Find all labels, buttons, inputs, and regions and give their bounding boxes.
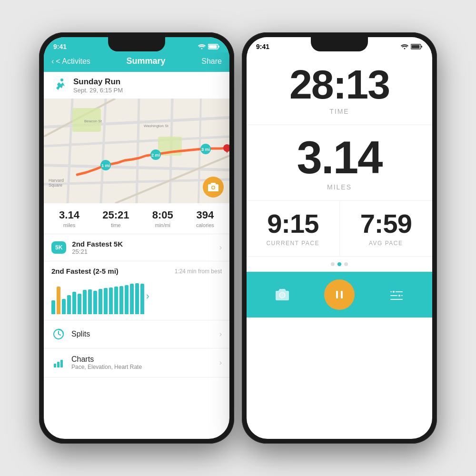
notch-right — [311, 37, 368, 51]
bar-14 — [125, 285, 129, 314]
chart-subtitle: 1:24 min from best — [175, 268, 222, 275]
stat-miles-label: miles — [59, 222, 79, 228]
charts-title: Charts — [71, 355, 219, 364]
pause-button[interactable] — [324, 279, 355, 310]
stat-calories: 394 calories — [196, 209, 214, 228]
left-phone: 9:41 ‹ < — [39, 32, 234, 444]
miles-section: 3.14 MILES — [247, 125, 432, 201]
dot-3 — [344, 262, 348, 266]
bar-3 — [67, 295, 71, 314]
bar-5 — [78, 294, 81, 314]
charts-subtitle: Pace, Elevation, Heart Rate — [71, 364, 219, 370]
dot-2-active — [337, 262, 341, 266]
bar-6 — [83, 290, 87, 314]
svg-rect-2 — [218, 46, 219, 48]
svg-text:Harvard: Harvard — [49, 178, 64, 183]
svg-rect-34 — [54, 364, 56, 367]
bar-7 — [88, 289, 92, 314]
charts-icon — [51, 356, 66, 370]
wifi-icon-right — [401, 44, 408, 50]
achievement-title: 2nd Fastest 5K — [72, 240, 219, 248]
status-time-left: 9:41 — [53, 43, 67, 50]
svg-text:3 mi: 3 mi — [201, 147, 210, 152]
right-phone: 9:41 — [242, 32, 437, 444]
chart-section: 2nd Fastest (2-5 mi) 1:24 min from best … — [44, 261, 229, 320]
stats-row: 3.14 miles 25:21 time 8:05 min/mi 394 ca… — [44, 203, 229, 234]
bar-0 — [51, 300, 55, 314]
splits-menu-item[interactable]: Splits › — [44, 320, 229, 348]
camera-button[interactable] — [276, 289, 289, 300]
pace-row: 9:15 CURRENT PACE 7:59 AVG PACE — [247, 201, 432, 257]
map-container[interactable]: Harvard Square Beacon St Washington St 1… — [44, 99, 229, 203]
camera-badge[interactable] — [203, 177, 224, 198]
svg-point-4 — [60, 79, 63, 81]
svg-rect-3 — [209, 45, 217, 49]
battery-icon-right — [411, 44, 423, 50]
charts-chevron: › — [219, 358, 222, 367]
svg-rect-35 — [57, 362, 60, 367]
svg-text:1 mi: 1 mi — [101, 163, 110, 168]
time-label: TIME — [329, 108, 349, 115]
svg-text:2 mi: 2 mi — [151, 153, 160, 158]
bar-8 — [93, 291, 97, 314]
bar-2 — [62, 299, 66, 315]
svg-point-45 — [392, 290, 395, 293]
splits-title: Splits — [71, 330, 219, 338]
current-pace-label: CURRENT PACE — [266, 240, 319, 247]
right-screen: 9:41 — [247, 37, 432, 439]
badge-5k: 5K — [51, 241, 66, 254]
svg-text:Square: Square — [49, 183, 62, 188]
svg-text:Washington St: Washington St — [144, 124, 169, 128]
stat-miles-value: 3.14 — [59, 209, 79, 221]
achievement-row[interactable]: 5K 2nd Fastest 5K 25:21 › — [44, 234, 229, 261]
avg-pace-value: 7:59 — [360, 210, 412, 237]
avg-pace-item: 7:59 AVG PACE — [340, 201, 433, 256]
status-icons-left — [198, 44, 220, 50]
splits-text: Splits — [71, 330, 219, 338]
nav-title: Summary — [127, 56, 166, 66]
svg-text:Beacon St: Beacon St — [84, 119, 102, 123]
bar-1 — [57, 287, 60, 314]
bar-4 — [72, 292, 76, 314]
map-svg: Harvard Square Beacon St Washington St 1… — [44, 99, 229, 203]
run-icon — [51, 77, 69, 94]
bar-16 — [135, 283, 139, 314]
wifi-icon-left — [198, 44, 206, 50]
bar-chart — [51, 281, 144, 314]
stat-pace-label: min/mi — [152, 222, 173, 228]
svg-rect-40 — [412, 45, 420, 49]
back-label: < Activites — [56, 57, 90, 66]
settings-button[interactable] — [390, 289, 403, 300]
svg-point-37 — [404, 48, 406, 50]
share-button[interactable]: Share — [201, 57, 222, 66]
charts-menu-item[interactable]: Charts Pace, Elevation, Heart Rate › — [44, 348, 229, 377]
dot-1 — [331, 262, 335, 266]
nav-bar: ‹ < Activites Summary Share — [44, 52, 229, 72]
bar-9 — [99, 289, 102, 314]
time-value: 28:13 — [289, 64, 389, 105]
right-screen-inner: 9:41 — [247, 37, 432, 439]
status-time-right: 9:41 — [256, 43, 269, 50]
chart-row-container: › — [51, 277, 222, 314]
back-button[interactable]: ‹ < Activites — [51, 57, 90, 66]
notch-left — [108, 37, 165, 51]
stat-calories-value: 394 — [196, 209, 214, 221]
svg-point-47 — [398, 294, 401, 297]
chart-arrow[interactable]: › — [144, 290, 149, 301]
bar-17 — [140, 284, 144, 314]
avg-pace-label: AVG PACE — [369, 240, 403, 247]
time-section: 28:13 TIME — [247, 52, 432, 125]
achievement-chevron: › — [219, 243, 222, 252]
stat-time-label: time — [102, 222, 129, 228]
stat-time: 25:21 time — [102, 209, 129, 228]
miles-value: 3.14 — [297, 135, 382, 180]
left-screen: 9:41 ‹ < — [44, 37, 229, 439]
activity-title: Sunday Run — [73, 77, 123, 87]
svg-point-0 — [201, 48, 203, 50]
stat-time-value: 25:21 — [102, 209, 129, 221]
bar-10 — [104, 288, 108, 314]
miles-label: MILES — [327, 183, 352, 191]
achievement-time: 25:21 — [72, 248, 219, 255]
battery-icon-left — [208, 44, 220, 50]
charts-text: Charts Pace, Elevation, Heart Rate — [71, 355, 219, 370]
